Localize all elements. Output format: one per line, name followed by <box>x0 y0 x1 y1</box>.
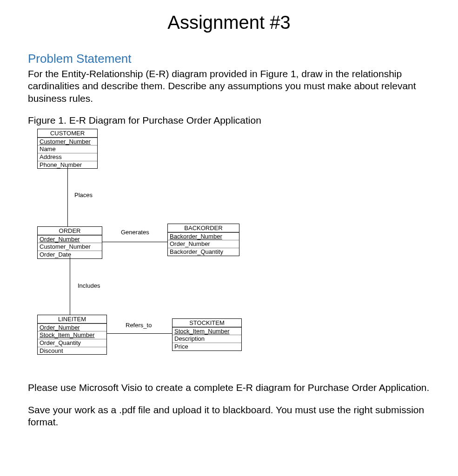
entity-order-title: ORDER <box>38 227 102 235</box>
entity-stockitem-attr-2: Price <box>173 343 241 350</box>
entity-lineitem: LINEITEM Order_Number Stock_Item_Number … <box>37 315 107 355</box>
entity-order: ORDER Order_Number Customer_Number Order… <box>37 226 102 259</box>
entity-lineitem-title: LINEITEM <box>38 315 106 324</box>
line-refers-to <box>107 333 172 334</box>
section-heading: Problem Statement <box>28 52 430 66</box>
line-includes <box>70 257 70 315</box>
entity-stockitem-attr-1: Description <box>173 335 241 343</box>
instructions-2: Save your work as a .pdf file and upload… <box>28 404 430 429</box>
entity-backorder-attr-2: Backorder_Quantity <box>168 248 239 256</box>
rel-includes-label: Includes <box>77 282 101 289</box>
rel-generates-label: Generates <box>120 229 150 236</box>
entity-order-attr-1: Customer_Number <box>38 243 102 251</box>
entity-lineitem-attr-2: Order_Quantity <box>38 339 106 347</box>
entity-lineitem-attr-3: Discount <box>38 347 106 355</box>
entity-customer-attr-1: Name <box>38 145 97 153</box>
entity-order-attr-0: Order_Number <box>38 235 102 243</box>
document-title: Assignment #3 <box>28 12 430 33</box>
entity-stockitem-attr-0: Stock_Item_Number <box>173 327 241 335</box>
problem-statement-text: For the Entity-Relationship (E-R) diagra… <box>28 68 430 105</box>
line-generates <box>102 242 167 242</box>
figure-caption: Figure 1. E-R Diagram for Purchase Order… <box>28 115 430 126</box>
entity-backorder-title: BACKORDER <box>168 224 239 232</box>
entity-stockitem: STOCKITEM Stock_Item_Number Description … <box>172 318 242 351</box>
entity-customer-attr-2: Address <box>38 153 97 161</box>
entity-backorder-attr-1: Order_Number <box>168 240 239 248</box>
entity-lineitem-attr-1: Stock_Item_Number <box>38 331 106 339</box>
entity-customer: CUSTOMER Customer_Number Name Address Ph… <box>37 129 98 169</box>
instructions-1: Please use Microsoft Visio to create a c… <box>28 382 430 394</box>
entity-customer-attr-0: Customer_Number <box>38 138 97 145</box>
line-places <box>67 167 68 226</box>
entity-backorder-attr-0: Backorder_Number <box>168 232 239 240</box>
rel-places-label: Places <box>73 192 93 198</box>
entity-stockitem-title: STOCKITEM <box>173 319 241 327</box>
entity-backorder: BACKORDER Backorder_Number Order_Number … <box>167 224 239 256</box>
entity-customer-title: CUSTOMER <box>38 129 97 138</box>
rel-refers-to-label: Refers_to <box>125 322 153 329</box>
er-diagram: CUSTOMER Customer_Number Name Address Ph… <box>19 129 251 380</box>
entity-lineitem-attr-0: Order_Number <box>38 324 106 331</box>
